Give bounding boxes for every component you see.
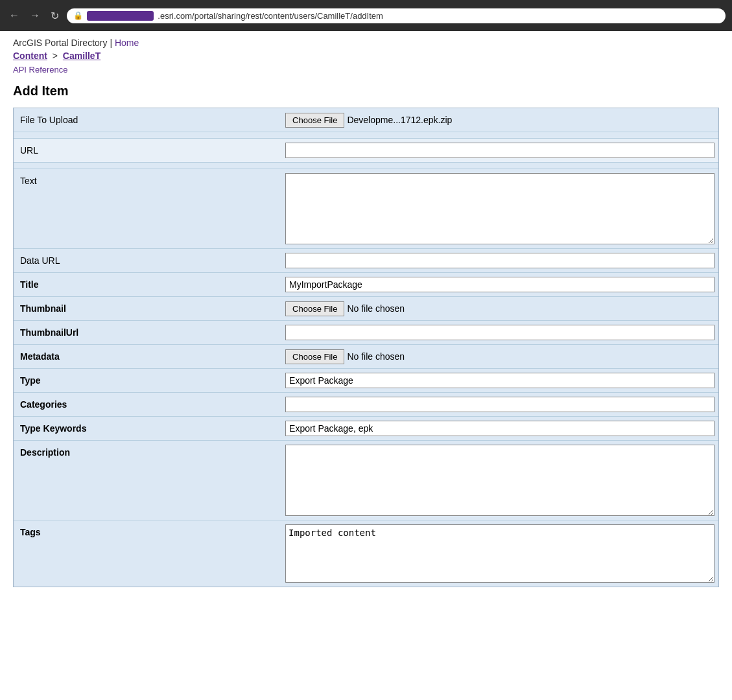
categories-value — [281, 393, 718, 416]
data-url-label: Data URL — [14, 249, 281, 272]
url-hidden-part — [87, 11, 154, 21]
type-input[interactable] — [285, 373, 714, 388]
description-textarea[interactable] — [285, 445, 714, 516]
data-url-row: Data URL — [14, 249, 718, 273]
thumbnail-url-value — [281, 321, 718, 344]
type-keywords-input[interactable] — [285, 421, 714, 436]
breadcrumb-user-link[interactable]: CamilleT — [63, 51, 100, 61]
browser-chrome: ← → ↻ 🔒 .esri.com/portal/sharing/rest/co… — [0, 0, 732, 31]
address-bar[interactable]: 🔒 .esri.com/portal/sharing/rest/content/… — [67, 8, 726, 23]
api-ref-section: API Reference — [13, 65, 719, 75]
metadata-filename: No file chosen — [347, 351, 405, 362]
tags-row: Tags Imported content — [14, 520, 718, 587]
thumbnail-value: Choose File No file chosen — [281, 297, 718, 320]
page-title: Add Item — [13, 84, 719, 99]
site-title: ArcGIS Portal Directory — [13, 38, 107, 48]
thumbnail-url-row: ThumbnailUrl — [14, 321, 718, 345]
lock-icon: 🔒 — [73, 11, 83, 20]
categories-input[interactable] — [285, 397, 714, 412]
categories-row: Categories — [14, 393, 718, 417]
thumbnail-row: Thumbnail Choose File No file chosen — [14, 297, 718, 321]
title-row: Title — [14, 273, 718, 297]
breadcrumb-content-link[interactable]: Content — [13, 51, 47, 61]
back-button[interactable]: ← — [6, 10, 22, 21]
title-label: Title — [14, 273, 281, 296]
separator-row-1 — [14, 132, 718, 139]
home-link[interactable]: Home — [115, 38, 139, 48]
data-url-input[interactable] — [285, 253, 714, 268]
add-item-form: File To Upload Choose File Developme...1… — [13, 108, 719, 587]
data-url-value — [281, 249, 718, 272]
title-input[interactable] — [285, 277, 714, 292]
type-keywords-label: Type Keywords — [14, 417, 281, 440]
forward-button[interactable]: → — [27, 10, 43, 21]
metadata-button[interactable]: Choose File — [285, 349, 344, 364]
tags-textarea[interactable]: Imported content — [285, 524, 714, 583]
url-input[interactable] — [285, 143, 714, 158]
file-to-upload-filename: Developme...1712.epk.zip — [347, 115, 452, 125]
metadata-row: Metadata Choose File No file chosen — [14, 345, 718, 369]
description-label: Description — [14, 441, 281, 464]
thumbnail-filename: No file chosen — [347, 303, 405, 314]
metadata-label: Metadata — [14, 345, 281, 368]
type-keywords-value — [281, 417, 718, 440]
text-textarea[interactable] — [285, 173, 714, 244]
url-value — [281, 139, 718, 162]
url-visible-part: .esri.com/portal/sharing/rest/content/us… — [158, 11, 383, 21]
refresh-button[interactable]: ↻ — [48, 10, 62, 22]
type-value — [281, 369, 718, 392]
description-value — [281, 441, 718, 520]
top-nav: ArcGIS Portal Directory | Home — [13, 38, 719, 48]
tags-label: Tags — [14, 520, 281, 544]
thumbnail-url-input[interactable] — [285, 325, 714, 340]
nav-separator: | — [110, 38, 115, 48]
thumbnail-button[interactable]: Choose File — [285, 301, 344, 316]
categories-label: Categories — [14, 393, 281, 416]
breadcrumb: Content > CamilleT — [13, 51, 719, 61]
type-keywords-row: Type Keywords — [14, 417, 718, 441]
url-label: URL — [14, 139, 281, 162]
page-content: ArcGIS Portal Directory | Home Content >… — [0, 31, 732, 594]
text-value — [281, 169, 718, 248]
type-label: Type — [14, 369, 281, 392]
url-row: URL — [14, 139, 718, 163]
file-to-upload-label: File To Upload — [14, 108, 281, 132]
thumbnail-label: Thumbnail — [14, 297, 281, 320]
title-value — [281, 273, 718, 296]
file-to-upload-button[interactable]: Choose File — [285, 113, 344, 128]
thumbnail-url-label: ThumbnailUrl — [14, 321, 281, 344]
description-row: Description — [14, 441, 718, 520]
api-reference-link[interactable]: API Reference — [13, 65, 68, 75]
separator-row-2 — [14, 163, 718, 169]
tags-value: Imported content — [281, 520, 718, 587]
text-label: Text — [14, 169, 281, 192]
text-row: Text — [14, 169, 718, 249]
metadata-value: Choose File No file chosen — [281, 345, 718, 368]
file-to-upload-row: File To Upload Choose File Developme...1… — [14, 108, 718, 132]
breadcrumb-chevron: > — [53, 51, 60, 61]
type-row: Type — [14, 369, 718, 393]
file-to-upload-value: Choose File Developme...1712.epk.zip — [281, 108, 718, 132]
